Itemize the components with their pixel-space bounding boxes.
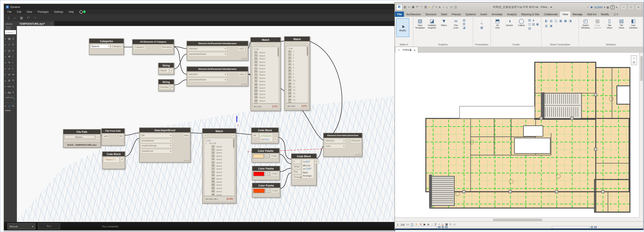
toolbar-icon[interactable]: ↷ — [34, 16, 36, 20]
watch-list[interactable]: List 0 1 1 2 2 3 3 4 — [286, 46, 308, 103]
close-view-icon[interactable]: × — [414, 48, 415, 51]
graph-tab[interactable]: TEMPERATURE.dyn* × — [17, 21, 54, 26]
input-port[interactable]: element> — [324, 139, 346, 143]
toolbar-icon[interactable]: ↶ — [27, 16, 30, 20]
status-icon[interactable] — [594, 226, 596, 228]
input-port[interactable]: readAsStrings> — [140, 144, 172, 148]
library-category[interactable]: ▶ ⌕ D — [4, 41, 17, 47]
ribbon-tab[interactable]: ◫ ▾ — [611, 12, 620, 17]
steering-wheel-icon[interactable]: ◎ — [632, 61, 635, 64]
run-mode-select[interactable]: Manual ▾ — [8, 223, 36, 229]
small-ribbon-icon[interactable]: ◫ — [528, 23, 531, 26]
output-port[interactable]: file — [118, 134, 124, 139]
ribbon-tab[interactable]: File — [395, 12, 404, 17]
output-port[interactable]: > — [276, 43, 280, 46]
small-ribbon-icon[interactable]: ▩ — [564, 20, 567, 22]
small-ribbon-icon[interactable]: ▦ — [480, 26, 483, 29]
library-category[interactable]: ▶ ◫ G — [4, 47, 17, 53]
view-tab-basement1[interactable]: ▭ 지하1층 × — [395, 47, 418, 53]
quick-access-icon[interactable]: ◔ — [442, 6, 444, 9]
input-port[interactable]: Orange — [292, 175, 301, 179]
lacing-label[interactable]: AUTO — [184, 160, 189, 162]
node-file-path[interactable]: File Path Browse... > \DATA_TEMPERATURE.… — [63, 129, 101, 148]
small-ribbon-icon[interactable]: ◧ — [545, 20, 548, 22]
output-port[interactable]: var[]..[] — [238, 47, 248, 51]
ribbon-tab[interactable]: Precast — [450, 12, 463, 17]
panel-label[interactable]: Windows — [579, 43, 643, 47]
node-get-parameter-value-1[interactable]: Element.GetParameterValueByname element>… — [186, 41, 248, 61]
status-icon[interactable] — [591, 226, 593, 228]
output-port[interactable]: Category — [110, 44, 123, 49]
sidebar-scrollbar[interactable] — [5, 110, 11, 111]
small-ribbon-icon[interactable]: ▣ — [550, 24, 552, 27]
scale-button[interactable]: 1 : 100 — [397, 223, 405, 226]
small-ribbon-icon[interactable]: ▤ — [550, 20, 552, 22]
view-control-icon[interactable]: ◫ — [411, 223, 414, 226]
nested-list-label[interactable]: ▾ 0 List — [206, 142, 234, 144]
code-text[interactable]: x<65?White:x>120?Red:Orange; — [302, 159, 314, 178]
menu-item[interactable]: Edit — [17, 10, 21, 13]
panel-label[interactable]: Sheet Composition — [542, 43, 578, 47]
node-data-import-excel[interactable]: Data.ImportExcel file> sheetName> readAs… — [139, 128, 191, 163]
quick-access-icon[interactable]: ▱ — [408, 6, 410, 9]
watch-list[interactable]: List 0 Space 1 Space 2 Space 3 Space — [252, 47, 279, 103]
input-port[interactable]: > — [286, 42, 289, 45]
chevron-down-icon[interactable]: ▾ — [265, 172, 270, 176]
ribbon-button[interactable]: ◰ Switch Windows — [580, 18, 591, 47]
dynamo-canvas[interactable]: Categories Spaces ˅ Category All Element… — [17, 26, 395, 222]
ribbon-tab[interactable]: Architecture — [404, 12, 423, 17]
small-ribbon-icon[interactable]: ◪ — [463, 26, 466, 29]
ribbon-tab[interactable]: Insert — [478, 12, 490, 17]
ribbon-button[interactable]: ▦ Close Inactive — [592, 18, 603, 47]
output-port[interactable]: Color — [270, 172, 279, 176]
small-ribbon-icon[interactable]: ✎ — [480, 22, 483, 25]
input-port[interactable]: file> — [140, 133, 172, 138]
ribbon-button[interactable]: ▯ Tab Views — [604, 18, 615, 47]
node-get-parameter-value-2[interactable]: Element.GetParameterValueByname element>… — [186, 66, 248, 86]
library-category[interactable]: ▶ ⇄ I — [4, 53, 17, 59]
input-port[interactable]: x — [292, 159, 301, 164]
ribbon-tab[interactable]: Annotate — [490, 12, 505, 17]
library-category[interactable]: ▶ R R — [4, 77, 17, 83]
ribbon-button[interactable]: ◪ Visibility/ Graphics — [426, 18, 438, 47]
horizontal-scrollbar[interactable] — [395, 217, 640, 221]
output-port[interactable]: > — [96, 135, 100, 139]
input-port[interactable]: showExcel> — [140, 149, 172, 153]
menu-item[interactable]: File — [8, 10, 12, 13]
node-string-number[interactable]: String Number > — [158, 79, 174, 91]
small-ribbon-icon[interactable]: ◫ — [554, 20, 557, 22]
add-package-button[interactable]: + — [13, 97, 15, 101]
ribbon-tab[interactable]: Analyze — [505, 12, 519, 17]
small-ribbon-icon[interactable]: ▨ — [532, 23, 535, 26]
node-file-from-path[interactable]: File From Path path file — [101, 128, 125, 146]
watch-list[interactable]: List ▾ 0 List 0 space 1 space 2 space 3 — [204, 138, 235, 196]
watch-scrollbar[interactable] — [307, 47, 308, 56]
quick-access-icon[interactable]: ▦ — [450, 6, 453, 9]
node-color-palette-red[interactable]: Color Palette ▾ Color — [252, 166, 280, 180]
output-port[interactable]: > — [170, 85, 174, 89]
small-ribbon-icon[interactable]: ▣ — [536, 23, 539, 26]
status-icon[interactable] — [445, 226, 448, 228]
username[interactable]: kp2660 — [594, 6, 603, 9]
input-port[interactable]: element> — [188, 72, 227, 77]
output-port[interactable]: > — [274, 137, 278, 142]
lacing-label[interactable]: AUTO — [241, 58, 247, 60]
quick-access-icon[interactable]: ╱ — [432, 6, 434, 9]
panel-label[interactable]: Create — [491, 43, 541, 47]
close-tab-icon[interactable]: × — [50, 22, 52, 25]
lacing-label[interactable]: AUTO — [355, 154, 361, 156]
status-field[interactable] — [412, 226, 437, 228]
view-control-icon[interactable]: ⌗ — [450, 223, 451, 226]
menu-item[interactable]: Help — [68, 10, 74, 13]
browse-button[interactable]: Browse... — [64, 135, 95, 139]
toolbar-icon[interactable]: ▯ — [8, 16, 10, 20]
library-category[interactable]: ▶ </> S — [4, 83, 17, 89]
output-port[interactable]: var[]..[] — [238, 72, 248, 77]
quick-access-icon[interactable]: ▥ — [424, 6, 427, 9]
ribbon-tab[interactable]: Add-Ins — [585, 12, 598, 17]
quick-access-icon[interactable]: ↷ — [420, 6, 423, 9]
view-control-icon[interactable]: ▶ — [424, 223, 426, 226]
input-port[interactable]: > — [252, 43, 255, 46]
string-value-input[interactable]: Name — [159, 68, 169, 73]
menu-item[interactable]: Settings — [54, 10, 63, 13]
